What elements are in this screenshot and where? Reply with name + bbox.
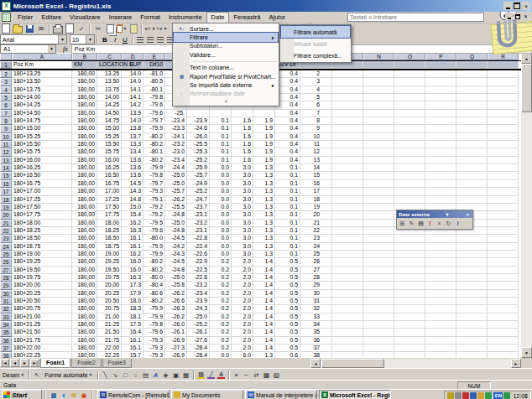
cell[interactable]: 0.1 xyxy=(210,117,232,125)
cell[interactable]: -22.6 xyxy=(187,251,210,258)
column-header-R[interactable]: R xyxy=(488,53,519,60)
row-header-5[interactable]: 5 xyxy=(0,94,12,101)
language-indicator[interactable]: EN xyxy=(493,392,503,399)
cell[interactable]: -79.9 xyxy=(143,251,165,258)
cell[interactable] xyxy=(456,61,488,69)
cell[interactable] xyxy=(363,290,394,298)
cell[interactable]: 16.1 xyxy=(122,345,143,352)
cell[interactable] xyxy=(363,196,394,204)
cell[interactable]: 180,00 xyxy=(72,94,97,101)
cell[interactable] xyxy=(332,180,363,188)
cell[interactable]: 180,00 xyxy=(72,243,97,251)
cell[interactable]: 180,00 xyxy=(72,305,97,313)
tab-prev-icon[interactable]: ◄ xyxy=(10,359,19,367)
row-header-24[interactable]: 24 xyxy=(0,243,12,251)
cell[interactable]: -79.9 xyxy=(143,305,165,313)
mail-icon[interactable]: ✉ xyxy=(36,23,47,34)
cell[interactable]: -24.5 xyxy=(165,235,187,242)
cell[interactable] xyxy=(394,314,425,321)
task-button[interactable]: WManual de interpretere a ... xyxy=(245,390,317,399)
cell[interactable]: 38 xyxy=(300,352,332,358)
cell[interactable]: 180,00 xyxy=(72,188,97,195)
cell[interactable] xyxy=(488,243,519,251)
text-box-icon[interactable]: ▤ xyxy=(141,370,151,380)
minimize-button[interactable] xyxy=(503,2,512,10)
menu-fișier[interactable]: Fișier xyxy=(13,13,37,22)
threed-style-icon[interactable]: ▧ xyxy=(272,370,282,380)
row-header-15[interactable]: 15 xyxy=(0,172,12,179)
cell[interactable] xyxy=(488,329,519,336)
cell[interactable]: -79.9 xyxy=(143,125,165,132)
cell[interactable]: 22 xyxy=(300,227,332,235)
column-header-N[interactable]: N xyxy=(363,53,394,60)
cell[interactable]: 0.1 xyxy=(275,172,300,179)
menu-item-filtrare[interactable]: Filtrare► xyxy=(174,33,278,41)
cell[interactable] xyxy=(332,267,363,274)
cell[interactable] xyxy=(363,125,394,132)
menu-item-subtotaluri[interactable]: Subtotaluri... xyxy=(174,42,278,50)
cell[interactable] xyxy=(363,133,394,141)
cell[interactable]: 0.4 xyxy=(275,117,300,125)
cell[interactable]: 2.0 xyxy=(232,337,253,345)
cell[interactable]: 180,00 xyxy=(72,282,97,289)
cell[interactable]: 0.5 xyxy=(275,267,300,274)
cell[interactable]: 2.0 xyxy=(232,258,253,266)
cell[interactable]: 0.2 xyxy=(210,305,232,313)
row-header-14[interactable]: 14 xyxy=(0,164,12,172)
cell[interactable] xyxy=(488,211,519,219)
column-header-P[interactable]: P xyxy=(425,53,456,60)
cell[interactable]: 2.0 xyxy=(232,305,253,313)
menu-item-raport-pivottable-i-pivotchart[interactable]: ▦Raport PivotTable și PivotChart... xyxy=(174,72,278,80)
cell[interactable] xyxy=(488,164,519,172)
row-header-19[interactable]: 19 xyxy=(0,204,12,211)
cell[interactable]: 0.5 xyxy=(275,290,300,298)
row-header-4[interactable]: 4 xyxy=(0,86,12,94)
cell[interactable]: 15.50 xyxy=(97,141,122,148)
cell[interactable]: 3.0 xyxy=(232,172,253,179)
cell[interactable]: -80.2 xyxy=(143,298,165,305)
cell[interactable] xyxy=(394,117,425,125)
cancel-refresh-icon[interactable]: × xyxy=(435,219,444,228)
cell[interactable]: 180+15.00 xyxy=(12,125,72,132)
cell[interactable]: -79.8 xyxy=(143,321,165,329)
cell[interactable]: 0.2 xyxy=(210,329,232,336)
cell[interactable]: 0.2 xyxy=(210,321,232,329)
cell[interactable] xyxy=(332,196,363,204)
cell[interactable] xyxy=(425,337,456,345)
cell[interactable]: 18.00 xyxy=(97,220,122,227)
cell[interactable]: 180+14.25 xyxy=(12,101,72,109)
cell[interactable]: -79.2 xyxy=(143,211,165,219)
cell[interactable]: 1.9 xyxy=(253,125,275,132)
cell[interactable]: 1.4 xyxy=(253,282,275,289)
cell[interactable] xyxy=(488,345,519,352)
cell[interactable]: 1.4 xyxy=(253,329,275,336)
cell[interactable]: -79.6 xyxy=(143,227,165,235)
cell[interactable] xyxy=(394,235,425,242)
cell[interactable]: 0.0 xyxy=(210,188,232,195)
cell[interactable]: -80.1 xyxy=(143,148,165,156)
cell[interactable] xyxy=(456,196,488,204)
cell[interactable]: -24.3 xyxy=(187,305,210,313)
cell[interactable]: 13.6 xyxy=(122,172,143,179)
cell[interactable]: 180,00 xyxy=(72,321,97,329)
cell[interactable]: 15.00 xyxy=(97,125,122,132)
cell[interactable]: 0.4 xyxy=(275,125,300,132)
cell[interactable]: 16.2 xyxy=(122,251,143,258)
cell[interactable]: 180+16.50 xyxy=(12,172,72,179)
cell[interactable]: -26.2 xyxy=(165,196,187,204)
cell[interactable]: 20.25 xyxy=(97,290,122,298)
cell[interactable]: 180,00 xyxy=(72,314,97,321)
msn-globe-icon[interactable] xyxy=(503,392,510,399)
align-left-button[interactable] xyxy=(135,35,145,44)
cell[interactable]: 18.25 xyxy=(97,227,122,235)
cell[interactable]: 16.0 xyxy=(122,267,143,274)
cell[interactable]: 180,00 xyxy=(72,157,97,164)
cell[interactable]: -79.8 xyxy=(143,94,165,101)
cell[interactable] xyxy=(488,298,519,305)
data-range-properties-icon[interactable]: ✎ xyxy=(407,219,416,228)
cell[interactable]: -23.1 xyxy=(187,211,210,219)
cell[interactable]: 1.9 xyxy=(253,133,275,141)
cell[interactable] xyxy=(425,267,456,274)
cell[interactable]: 1.3 xyxy=(253,235,275,242)
cell[interactable] xyxy=(332,220,363,227)
